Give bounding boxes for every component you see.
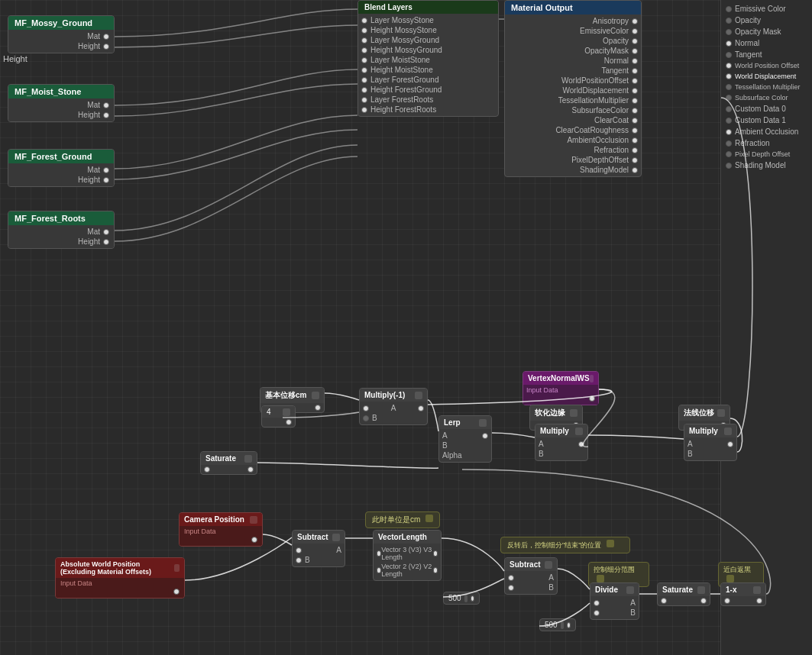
- expand-divide[interactable]: [626, 586, 634, 594]
- node-vertex-normal-header: VertexNormalWS: [523, 372, 598, 385]
- panel-row-custom0: Custom Data 0: [721, 103, 812, 115]
- right-panel: Emissive Color Opacity Opacity Mask Norm…: [720, 0, 812, 655]
- node-absolute-world-pos: Absolute World Position (Excluding Mater…: [55, 557, 185, 599]
- node-subtract1: Subtract A B: [292, 530, 345, 567]
- label-height-moist: Height: [78, 111, 100, 119]
- node-multiply2: Multiply A B: [535, 424, 588, 461]
- pin-shading: [726, 163, 732, 169]
- expand-saturate1[interactable]: [244, 455, 252, 463]
- row-opacity-mask-out: OpacityMask: [508, 46, 638, 56]
- pin-layer-mossy-stone: [361, 18, 367, 24]
- pin-height-moist-stone: [361, 67, 367, 73]
- row-layer-mossy-ground: Layer MossyGround: [361, 35, 495, 45]
- label-vertex-normal: VertexNormalWS: [528, 374, 590, 382]
- row-mat-forest-ground: Mat: [13, 165, 109, 175]
- label-base-offset: 基本位移cm: [265, 390, 306, 401]
- row-opacity-out: Opacity: [508, 36, 638, 46]
- label-const-4: 4: [267, 408, 271, 416]
- expand-const-500b[interactable]: [561, 621, 565, 629]
- expand-near-white[interactable]: [726, 575, 734, 582]
- pin-worldposoffset-out: [632, 78, 638, 84]
- expand-reverse-comment[interactable]: [607, 540, 614, 547]
- pin-sub2-a-in: [508, 575, 514, 581]
- node-saturate2-header: Saturate: [658, 583, 710, 596]
- row-subsurface-out: SubsurfaceColor: [508, 105, 638, 115]
- node-vector-length-body: Vector 3 (V3) V3 Length Vector 2 (V2) V2…: [374, 544, 441, 580]
- pin-worlddisp-out: [632, 88, 638, 94]
- node-mf-forest-roots: MF_Forest_Roots Mat Height: [8, 211, 115, 249]
- node-multiply-neg1: Multiply(-1) A B: [359, 388, 428, 425]
- pin-pixeldepth-out: [632, 157, 638, 163]
- expand-lerp[interactable]: [479, 419, 487, 427]
- node-absolute-world-pos-header: Absolute World Position (Excluding Mater…: [56, 558, 184, 578]
- node-subtract2-body: A B: [505, 571, 557, 594]
- row-clearcoat-out: ClearCoat: [508, 115, 638, 125]
- row-height-forest-roots: Height ForestRoots: [361, 105, 495, 115]
- label-saturate1: Saturate: [205, 454, 236, 463]
- label-refraction: Refraction: [735, 139, 770, 147]
- row-pixeldepth-out: PixelDepthOffset: [508, 155, 638, 165]
- pin-world-disp: [726, 73, 732, 79]
- panel-row-normal: Normal: [721, 37, 812, 49]
- expand-normal-offset[interactable]: [717, 409, 725, 417]
- label-height-forest-ground: Height: [78, 176, 100, 184]
- row-height-moist-stone: Height MoistStone: [361, 65, 495, 75]
- row-layer-moist-stone: Layer MoistStone: [361, 55, 495, 65]
- expand-saturate2[interactable]: [697, 586, 705, 594]
- expand-unit-comment[interactable]: [425, 515, 433, 522]
- expand-absolute-world[interactable]: [174, 564, 180, 572]
- row-sub2-a: A: [508, 573, 554, 582]
- expand-const-4[interactable]: [283, 408, 290, 416]
- panel-row-pixel-depth: Pixel Depth Offset: [721, 149, 812, 160]
- node-subtract2: Subtract A B: [504, 557, 558, 595]
- pin-saturate1-out: [247, 466, 254, 473]
- node-normal-offset-header: 法线位移: [679, 405, 730, 421]
- expand-multiply-neg1[interactable]: [415, 392, 422, 399]
- pin-ao: [726, 129, 732, 135]
- expand-control-range[interactable]: [597, 575, 604, 582]
- node-base-offset-header: 基本位移cm: [260, 388, 324, 403]
- pin-saturate2-out: [700, 598, 707, 604]
- label-height-mossy: Height: [78, 42, 100, 50]
- pin-opacity-mask: [726, 29, 732, 35]
- node-multiply-neg1-header: Multiply(-1): [360, 389, 427, 402]
- expand-soften-edge[interactable]: [570, 409, 577, 417]
- row-camera-out: [184, 535, 257, 544]
- pin-tess: [726, 84, 732, 90]
- pin-height-forest-roots: [103, 239, 109, 245]
- row-vl-v2: Vector 2 (V2) V2 Length: [377, 562, 438, 579]
- row-tess-out: TessellationMultiplier: [508, 95, 638, 105]
- expand-vertex-normal[interactable]: [590, 375, 594, 382]
- label-control-range: 控制细分范围: [594, 566, 635, 573]
- panel-row-shading: Shading Model: [721, 160, 812, 171]
- expand-camera-position[interactable]: [250, 516, 257, 524]
- node-subtract1-body: A B: [293, 544, 345, 566]
- expand-const-500a[interactable]: [464, 595, 468, 602]
- pin-pixel-depth: [726, 151, 732, 157]
- row-refraction-out: Refraction: [508, 145, 638, 155]
- label-ao: Ambient Occlusion: [735, 127, 798, 136]
- panel-row-tess: Tessellation Multiplier: [721, 82, 812, 92]
- node-material-output-body: Anisotropy EmissiveColor Opacity Opacity…: [505, 15, 641, 176]
- label-height-top: Height: [0, 53, 31, 65]
- row-normal-out: Normal: [508, 56, 638, 66]
- pin-subsurface: [726, 95, 732, 101]
- pin-shadingmodel-out: [632, 167, 638, 173]
- label-const-500a: 500: [448, 594, 461, 602]
- pin-vl-v3-out: [433, 550, 438, 557]
- expand-multiply2[interactable]: [575, 428, 583, 435]
- expand-multiply3[interactable]: [724, 428, 732, 435]
- expand-one-minus-x[interactable]: [753, 586, 761, 594]
- node-saturate2: Saturate: [657, 582, 710, 606]
- expand-subtract2[interactable]: [545, 561, 552, 569]
- expand-subtract1[interactable]: [332, 534, 340, 541]
- pin-vl-v2-out: [433, 567, 438, 573]
- label-normal: Normal: [735, 39, 759, 47]
- row-div-a: A: [594, 598, 636, 608]
- node-divide-body: A B: [590, 596, 639, 619]
- row-mult-neg1-a: A: [363, 403, 424, 413]
- expand-base-offset[interactable]: [312, 392, 319, 399]
- pin-clearcoatroughness-out: [632, 127, 638, 134]
- node-mf-moist-stone: MF_Moist_Stone Mat Height: [8, 84, 115, 122]
- row-height-moist: Height: [13, 110, 109, 120]
